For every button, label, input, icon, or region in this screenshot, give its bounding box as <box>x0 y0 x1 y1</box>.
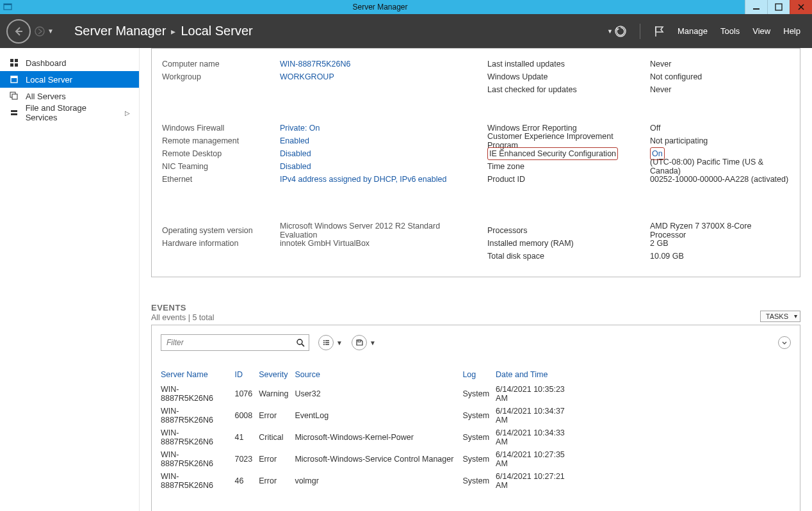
refresh-dropdown[interactable]: ▼ <box>607 25 627 38</box>
expand-button[interactable] <box>778 336 791 349</box>
svg-rect-19 <box>11 113 17 115</box>
server-icon <box>9 74 19 85</box>
property-value[interactable]: Disabled <box>280 160 478 173</box>
property-label: Windows Update <box>487 70 641 83</box>
table-row[interactable]: WIN-8887R5K26N641CriticalMicrosoft-Windo… <box>161 426 791 448</box>
property-value[interactable]: Enabled <box>280 134 478 147</box>
sidebar-item-label: Local Server <box>26 75 72 85</box>
save-query-button[interactable] <box>352 335 367 350</box>
property-label: Last installed updates <box>487 58 641 70</box>
property-label: Total disk space <box>487 250 641 263</box>
sidebar-item-all-servers[interactable]: All Servers <box>0 88 139 104</box>
cell-severity: Error <box>259 470 295 492</box>
cell-source: Microsoft-Windows-Kernel-Power <box>295 426 462 448</box>
forward-button[interactable] <box>33 25 46 38</box>
property-label: Customer Experience Improvement Program <box>487 134 641 147</box>
filter-box[interactable] <box>161 334 309 351</box>
storage-icon <box>9 108 19 118</box>
cell-id: 41 <box>234 426 259 448</box>
separator <box>640 24 640 39</box>
maximize-button[interactable] <box>767 0 790 14</box>
cell-log: System <box>462 383 496 405</box>
property-value[interactable]: (UTC-08:00) Pacific Time (US & Canada) <box>650 160 790 173</box>
svg-point-24 <box>323 342 325 343</box>
view-options-button[interactable] <box>318 335 334 350</box>
col-server[interactable]: Server Name <box>161 368 234 383</box>
property-label: Remote Desktop <box>162 147 271 160</box>
svg-rect-27 <box>325 344 329 345</box>
cell-id: 1076 <box>234 383 259 405</box>
menu-tools[interactable]: Tools <box>720 26 740 36</box>
col-id[interactable]: ID <box>234 368 259 383</box>
nav-history-dropdown[interactable]: ▼ <box>47 28 56 35</box>
svg-point-26 <box>323 344 325 345</box>
cell-id: 6008 <box>234 405 259 426</box>
cell-source: volmgr <box>295 470 462 492</box>
cell-severity: Critical <box>259 426 295 448</box>
back-button[interactable] <box>6 19 31 44</box>
search-icon[interactable] <box>296 338 305 347</box>
cell-id: 7023 <box>234 448 259 470</box>
col-severity[interactable]: Severity <box>259 368 295 383</box>
table-row[interactable]: WIN-8887R5K26N66008ErrorEventLogSystem6/… <box>161 405 791 426</box>
cell-server: WIN-8887R5K26N6 <box>161 405 234 426</box>
svg-line-21 <box>302 344 304 346</box>
filter-input[interactable] <box>165 337 296 348</box>
chevron-down-icon[interactable]: ▼ <box>369 339 376 346</box>
minimize-button[interactable] <box>745 0 767 14</box>
table-row[interactable]: WIN-8887R5K26N646ErrorvolmgrSystem6/14/2… <box>161 470 791 492</box>
col-source[interactable]: Source <box>295 368 462 383</box>
svg-rect-23 <box>325 340 329 341</box>
property-value[interactable]: 00252-10000-00000-AA228 (activated) <box>650 173 790 186</box>
property-value[interactable]: IPv4 address assigned by DHCP, IPv6 enab… <box>280 173 478 186</box>
property-label: Last checked for updates <box>487 83 641 96</box>
property-value: Microsoft Windows Server 2012 R2 Standar… <box>280 224 478 237</box>
sidebar-item-local-server[interactable]: Local Server <box>0 71 139 88</box>
svg-point-22 <box>323 340 325 341</box>
cell-server: WIN-8887R5K26N6 <box>161 383 234 405</box>
property-value[interactable]: Disabled <box>280 147 478 160</box>
sidebar-item-label: Dashboard <box>26 58 67 68</box>
property-label: IE Enhanced Security Configuration <box>487 147 641 160</box>
headerbar: ▼ Server Manager ▸ Local Server ▼ Manage… <box>0 14 812 48</box>
menu-help[interactable]: Help <box>783 26 800 36</box>
table-row[interactable]: WIN-8887R5K26N61076WarningUser32System6/… <box>161 383 791 405</box>
sidebar-item-dashboard[interactable]: Dashboard <box>0 54 139 71</box>
property-value[interactable]: WORKGROUP <box>280 70 478 83</box>
sidebar-item-label: All Servers <box>26 92 66 101</box>
cell-date: 6/14/2021 10:34:33 AM <box>496 426 576 448</box>
properties-panel: Computer nameWorkgroupWindows FirewallRe… <box>151 48 800 277</box>
property-value[interactable]: Private: On <box>280 122 478 134</box>
sidebar-item-label: File and Storage Services <box>26 103 118 122</box>
col-date[interactable]: Date and Time <box>496 368 576 383</box>
notifications-flag-icon[interactable] <box>653 25 665 38</box>
chevron-down-icon[interactable]: ▼ <box>336 339 343 346</box>
svg-point-20 <box>297 339 302 345</box>
property-value[interactable]: Off <box>650 122 790 134</box>
property-value[interactable]: Not configured <box>650 70 790 83</box>
property-value[interactable]: WIN-8887R5K26N6 <box>280 58 478 70</box>
menu-manage[interactable]: Manage <box>678 26 708 36</box>
close-button[interactable] <box>790 0 812 14</box>
cell-date: 6/14/2021 10:27:35 AM <box>496 448 576 470</box>
svg-rect-17 <box>12 94 17 99</box>
menu-view[interactable]: View <box>752 26 770 36</box>
property-label <box>162 250 271 263</box>
tasks-dropdown[interactable]: TASKS <box>760 311 800 322</box>
cell-log: System <box>462 470 496 492</box>
sidebar: Dashboard Local Server All Servers File … <box>0 48 140 511</box>
property-label <box>162 83 271 96</box>
property-value[interactable]: Not participating <box>650 134 790 147</box>
table-row[interactable]: WIN-8887R5K26N67023ErrorMicrosoft-Window… <box>161 448 791 470</box>
breadcrumb-root[interactable]: Server Manager <box>74 24 166 38</box>
property-label: Workgroup <box>162 70 271 83</box>
property-value[interactable]: Never <box>650 58 790 70</box>
property-label: Computer name <box>162 58 271 70</box>
cell-severity: Error <box>259 405 295 426</box>
col-log[interactable]: Log <box>462 368 496 383</box>
svg-point-7 <box>35 27 44 36</box>
cell-severity: Error <box>259 448 295 470</box>
property-value[interactable]: Never <box>650 83 790 96</box>
sidebar-item-file-storage[interactable]: File and Storage Services ▷ <box>0 104 139 121</box>
property-value <box>280 250 478 263</box>
